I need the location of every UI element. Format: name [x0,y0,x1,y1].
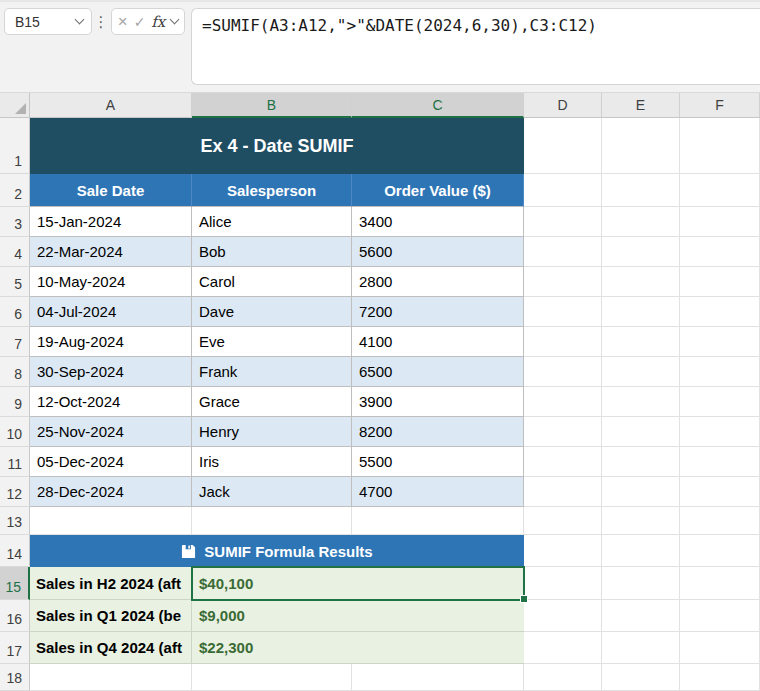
formula-bar[interactable]: =SUMIF(A3:A12,">"&DATE(2024,6,30),C3:C12… [191,8,760,85]
row-header-1[interactable]: 1 [0,118,30,174]
sheet-title-cell[interactable]: Ex 4 - Date SUMIF [30,118,524,174]
cell-a10[interactable]: 25-Nov-2024 [30,417,192,447]
cell-e7[interactable] [602,327,680,357]
cell-e8[interactable] [602,357,680,387]
cell-b12[interactable]: Jack [192,477,352,507]
cell-e15[interactable] [602,567,680,600]
cell-e17[interactable] [602,632,680,664]
table-header-order-value[interactable]: Order Value ($) [352,174,524,207]
cell-d1[interactable] [524,118,602,174]
cell-f7[interactable] [680,327,760,357]
more-options-icon[interactable]: ⋮ [93,8,109,35]
cell-e2[interactable] [602,174,680,207]
cell-f14[interactable] [680,535,760,567]
cell-f16[interactable] [680,600,760,632]
table-header-sale-date[interactable]: Sale Date [30,174,192,207]
result-label-h2[interactable]: Sales in H2 2024 (aft [30,567,192,600]
cell-d3[interactable] [524,207,602,237]
row-header-4[interactable]: 4 [0,237,30,267]
cell-d15[interactable] [524,567,602,600]
result-label-q1[interactable]: Sales in Q1 2024 (be [30,600,192,632]
cell-a3[interactable]: 15-Jan-2024 [30,207,192,237]
cell-e14[interactable] [602,535,680,567]
cell-a11[interactable]: 05-Dec-2024 [30,447,192,477]
table-header-salesperson[interactable]: Salesperson [192,174,352,207]
cell-f12[interactable] [680,477,760,507]
cell-c18[interactable] [352,664,524,691]
cell-d18[interactable] [524,664,602,691]
cell-b6[interactable]: Dave [192,297,352,327]
cell-f3[interactable] [680,207,760,237]
cell-b10[interactable]: Henry [192,417,352,447]
row-header-5[interactable]: 5 [0,267,30,297]
cell-f2[interactable] [680,174,760,207]
cell-c7[interactable]: 4100 [352,327,524,357]
cell-f15[interactable] [680,567,760,600]
cell-c11[interactable]: 5500 [352,447,524,477]
cell-d5[interactable] [524,267,602,297]
cell-a4[interactable]: 22-Mar-2024 [30,237,192,267]
cell-f1[interactable] [680,118,760,174]
cell-f4[interactable] [680,237,760,267]
row-header-2[interactable]: 2 [0,174,30,207]
row-header-8[interactable]: 8 [0,357,30,387]
cell-c4[interactable]: 5600 [352,237,524,267]
cell-d16[interactable] [524,600,602,632]
row-header-3[interactable]: 3 [0,207,30,237]
cell-b8[interactable]: Frank [192,357,352,387]
row-header-11[interactable]: 11 [0,447,30,477]
cell-f9[interactable] [680,387,760,417]
cell-a8[interactable]: 30-Sep-2024 [30,357,192,387]
name-box[interactable]: B15 [4,8,92,35]
cell-a13[interactable] [30,507,192,535]
col-header-e[interactable]: E [602,93,680,118]
chevron-down-icon[interactable] [170,15,180,25]
row-header-7[interactable]: 7 [0,327,30,357]
cell-d10[interactable] [524,417,602,447]
cell-e13[interactable] [602,507,680,535]
cell-c13[interactable] [352,507,524,535]
row-header-6[interactable]: 6 [0,297,30,327]
row-header-17[interactable]: 17 [0,632,30,664]
cell-f10[interactable] [680,417,760,447]
cell-b11[interactable]: Iris [192,447,352,477]
result-value-q4-cell[interactable]: $22,300 [192,632,524,664]
cell-f8[interactable] [680,357,760,387]
cell-f6[interactable] [680,297,760,327]
cell-e3[interactable] [602,207,680,237]
cell-d7[interactable] [524,327,602,357]
cell-d17[interactable] [524,632,602,664]
cell-c3[interactable]: 3400 [352,207,524,237]
col-header-a[interactable]: A [30,93,192,118]
cell-e9[interactable] [602,387,680,417]
cell-b18[interactable] [192,664,352,691]
enter-icon[interactable]: ✓ [134,15,146,29]
cell-f5[interactable] [680,267,760,297]
cell-d8[interactable] [524,357,602,387]
cell-a18[interactable] [30,664,192,691]
cell-b13[interactable] [192,507,352,535]
cell-e10[interactable] [602,417,680,447]
cell-d12[interactable] [524,477,602,507]
row-header-13[interactable]: 13 [0,507,30,535]
row-header-15[interactable]: 15 [0,567,30,600]
cell-f11[interactable] [680,447,760,477]
cell-e12[interactable] [602,477,680,507]
col-header-d[interactable]: D [524,93,602,118]
col-header-f[interactable]: F [680,93,760,118]
cell-d14[interactable] [524,535,602,567]
row-header-18[interactable]: 18 [0,664,30,691]
cell-c12[interactable]: 4700 [352,477,524,507]
cell-e6[interactable] [602,297,680,327]
cell-f17[interactable] [680,632,760,664]
cell-e5[interactable] [602,267,680,297]
cell-c6[interactable]: 7200 [352,297,524,327]
select-all-corner[interactable] [0,93,30,118]
cell-d4[interactable] [524,237,602,267]
cell-b4[interactable]: Bob [192,237,352,267]
cell-d11[interactable] [524,447,602,477]
cell-e1[interactable] [602,118,680,174]
cell-c9[interactable]: 3900 [352,387,524,417]
chevron-down-icon[interactable] [75,15,85,25]
cell-c5[interactable]: 2800 [352,267,524,297]
